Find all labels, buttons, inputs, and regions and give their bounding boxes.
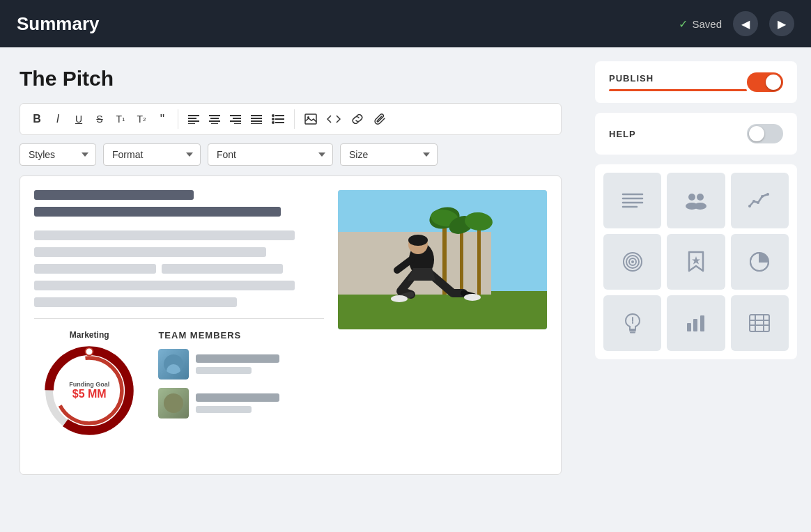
team-member-2 [158,388,324,418]
svg-point-54 [761,195,764,198]
list-button[interactable] [268,109,288,129]
text-block-icon[interactable] [603,173,661,228]
publish-toggle[interactable] [747,72,783,92]
svg-point-53 [757,201,759,204]
underline-button[interactable]: U [69,109,88,129]
svg-rect-22 [305,114,316,124]
toggle-knob-publish [766,75,781,90]
content-left: Marketing [34,190,324,436]
app-title: Summary [17,13,100,35]
nav-prev-button[interactable]: ◀ [733,11,758,36]
toggle-knob-help [749,126,764,141]
italic-button[interactable]: I [48,109,68,129]
member-name-bar-1 [196,354,279,363]
svg-rect-66 [687,323,691,331]
member-name-bar-2 [196,393,279,402]
format-group: B I U S T1 T2 " [27,109,178,129]
align-justify-button[interactable] [247,109,266,129]
svg-point-51 [748,205,751,208]
chart-center-label: Funding Goal [69,381,109,388]
bookmark-star-icon[interactable] [667,234,725,290]
text-line-6 [34,297,237,307]
strikethrough-button[interactable]: S [90,109,109,129]
member-avatar-2 [158,388,189,418]
publish-wrapper: PUBLISH [609,73,747,91]
people-icon[interactable] [667,173,725,228]
help-label: HELP [609,129,636,139]
content-image-area [338,190,547,436]
content-divider [34,318,324,319]
publish-line [609,89,747,91]
target-icon[interactable] [603,234,661,290]
svg-point-20 [272,118,275,120]
member-info-2 [196,393,324,413]
align-right-button[interactable] [226,109,245,129]
dropdowns-row: Styles Format Font Size [20,143,562,166]
editor-area: The Pitch B I U S T1 T2 " [0,47,581,532]
insert-attachment-button[interactable] [370,109,391,129]
insert-image-button[interactable] [300,109,321,129]
svg-rect-67 [693,319,697,331]
svg-point-59 [631,260,634,263]
svg-point-47 [688,194,695,201]
publish-label: PUBLISH [609,73,747,84]
right-panel: PUBLISH HELP [581,47,811,532]
table-layout-icon[interactable] [731,295,789,351]
align-group [184,109,295,129]
content-image [338,190,547,329]
svg-point-41 [391,295,408,302]
styles-dropdown[interactable]: Styles [20,143,96,166]
bottom-content: Marketing [34,330,324,436]
bar-chart-icon[interactable] [667,295,725,351]
svg-rect-36 [477,221,481,295]
text-line-2 [34,207,281,217]
main-layout: The Pitch B I U S T1 T2 " [0,47,811,532]
subscript-button[interactable]: T1 [111,109,130,129]
saved-status: ✓ Saved [679,17,722,31]
content-inner: Marketing [34,190,547,436]
team-title: TEAM MEMBERS [158,330,324,341]
superscript-button[interactable]: T2 [132,109,151,129]
team-area: TEAM MEMBERS [158,330,324,436]
help-section: HELP [595,113,797,155]
publish-section: PUBLISH [595,61,797,103]
editor-toolbar: B I U S T1 T2 " [20,103,562,135]
svg-marker-60 [692,256,700,265]
check-icon: ✓ [679,17,688,31]
pie-chart-icon[interactable] [731,234,789,290]
member-avatar-1 [158,349,189,380]
svg-rect-34 [460,225,463,295]
text-line-3 [34,230,295,240]
svg-rect-69 [750,315,769,331]
bold-button[interactable]: B [27,109,47,129]
align-left-button[interactable] [184,109,203,129]
chart-center-value: $5 MM [69,388,109,400]
svg-point-48 [697,194,704,201]
svg-rect-68 [700,315,704,331]
svg-point-42 [464,294,481,301]
align-center-button[interactable] [205,109,224,129]
nav-next-button[interactable]: ▶ [769,11,794,36]
member-title-bar-1 [196,367,252,374]
quote-button[interactable]: " [153,109,172,129]
text-pair-1 [34,264,324,274]
help-toggle[interactable] [747,124,783,143]
format-dropdown[interactable]: Format [103,143,201,166]
icon-grid [595,164,797,359]
member-title-bar-2 [196,406,252,413]
insert-code-button[interactable] [323,109,345,129]
svg-point-50 [694,203,706,210]
insert-link-button[interactable] [346,109,369,129]
svg-point-27 [86,348,93,356]
chart-label: Marketing [70,330,109,340]
text-line-4 [34,247,266,257]
size-dropdown[interactable]: Size [340,143,438,166]
font-dropdown[interactable]: Font [208,143,333,166]
svg-rect-29 [338,291,547,329]
chart-area: Marketing [34,330,144,436]
content-box: Marketing [20,175,562,475]
line-chart-icon[interactable] [731,173,789,228]
lightbulb-icon[interactable] [603,295,661,351]
text-line-5 [34,281,295,290]
svg-point-21 [272,121,275,124]
